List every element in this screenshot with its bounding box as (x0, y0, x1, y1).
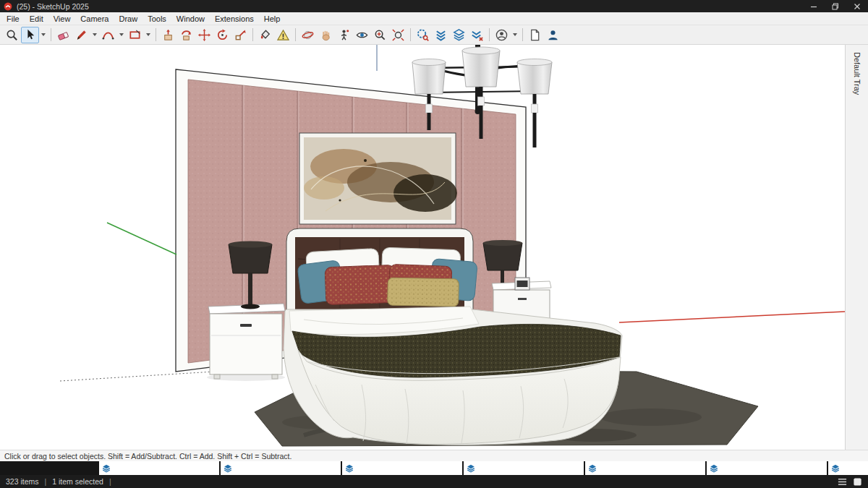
zoom-extents-tool-button[interactable] (389, 27, 407, 43)
select-dropdown-caret[interactable] (41, 33, 46, 36)
position-camera-tool-button[interactable] (335, 27, 353, 43)
close-icon (854, 3, 861, 10)
sketchup-model-icon (222, 463, 234, 474)
selection-count-text: 1 item selected (52, 477, 103, 486)
minimize-icon (810, 3, 817, 10)
search-models-icon (416, 28, 430, 42)
toolbar-separator (156, 28, 156, 41)
alarm-clock[interactable] (515, 278, 529, 290)
line-dropdown-caret[interactable] (93, 33, 97, 36)
status-hint-text: Click or drag to select objects. Shift =… (4, 452, 292, 461)
menu-window[interactable]: Window (171, 12, 210, 25)
paint-bucket-tool-button[interactable] (256, 27, 274, 43)
thumbnail-item[interactable] (707, 461, 827, 475)
wall-artwork[interactable] (299, 133, 457, 224)
restore-icon (832, 3, 839, 10)
move-tool-button[interactable] (195, 27, 213, 43)
sign-in-avatar-icon (495, 28, 509, 42)
window-title: (25) - SketchUp 2025 (17, 2, 89, 11)
zoom-icon (373, 28, 387, 42)
menu-help[interactable]: Help (259, 12, 286, 25)
select-tool-button[interactable] (21, 27, 39, 43)
freehand-arc-tool-button[interactable] (99, 27, 117, 43)
menu-draw[interactable]: Draw (114, 12, 142, 25)
thumbnail-strip (0, 461, 868, 475)
bottom-bar-separator: | (45, 477, 47, 486)
double-bed[interactable] (284, 228, 622, 445)
new-document-button[interactable] (526, 27, 544, 43)
user-button[interactable] (544, 27, 562, 43)
model-scene[interactable] (0, 45, 845, 450)
restore-button[interactable] (825, 0, 846, 12)
menu-tools[interactable]: Tools (142, 12, 171, 25)
rectangle-dropdown-caret[interactable] (146, 33, 150, 36)
orbit-tool-button[interactable] (299, 27, 317, 43)
look-around-tool-button[interactable] (353, 27, 371, 43)
scale-tool-button[interactable] (231, 27, 250, 43)
follow-me-icon (179, 28, 193, 42)
menu-file[interactable]: File (1, 12, 25, 25)
3d-warehouse-icon (434, 28, 448, 42)
warning-triangle-icon (276, 28, 290, 42)
eraser-tool-button[interactable] (54, 27, 72, 43)
minimize-button[interactable] (803, 0, 825, 12)
pencil-icon (75, 28, 88, 42)
toolbar-separator (489, 28, 490, 41)
toolbar-separator (522, 28, 523, 41)
share-model-button[interactable] (468, 27, 486, 43)
eraser-icon (56, 28, 70, 42)
move-icon (197, 28, 211, 42)
extension-warehouse-button[interactable] (450, 27, 468, 43)
items-count-text: 323 items (6, 477, 39, 486)
status-bar: Click or drag to select objects. Shift =… (0, 450, 868, 461)
sketchup-model-icon (830, 463, 841, 474)
menu-extensions[interactable]: Extensions (210, 12, 259, 25)
search-models-button[interactable] (414, 27, 432, 43)
look-around-eye-icon (355, 28, 369, 42)
line-tool-button[interactable] (72, 27, 90, 43)
bottom-bar-separator: | (109, 477, 111, 486)
sign-in-dropdown-caret[interactable] (513, 33, 517, 36)
3d-viewport[interactable] (0, 45, 845, 450)
search-tool-button[interactable] (3, 27, 21, 43)
follow-me-tool-button[interactable] (177, 27, 195, 43)
red-axis-line (619, 312, 845, 322)
rotate-icon (216, 28, 229, 42)
menu-edit[interactable]: Edit (25, 12, 48, 25)
sketchup-model-icon (344, 463, 355, 474)
push-pull-tool-button[interactable] (159, 27, 177, 43)
user-icon (546, 28, 560, 42)
default-tray-label: Default Tray (853, 52, 861, 450)
grid-view-icon[interactable] (853, 477, 862, 487)
rectangle-tool-button[interactable] (126, 27, 144, 43)
toolbar-separator (295, 28, 296, 41)
toolbar (0, 25, 868, 45)
default-tray-strip[interactable]: Default Tray (845, 45, 868, 450)
position-camera-icon (337, 28, 351, 42)
sketchup-model-icon (101, 463, 112, 474)
thumbnail-item[interactable] (342, 461, 462, 475)
orbit-icon (301, 28, 315, 42)
left-nightstand[interactable] (207, 304, 285, 381)
sign-in-button[interactable] (493, 27, 511, 43)
thumbnail-item[interactable] (828, 461, 868, 475)
thumbnail-strip-gap (0, 461, 99, 475)
dotted-guide-line (60, 372, 214, 381)
thumbnail-item[interactable] (585, 461, 705, 475)
list-view-icon[interactable] (838, 477, 847, 487)
arc-dropdown-caret[interactable] (119, 33, 124, 36)
menu-camera[interactable]: Camera (75, 12, 114, 25)
thumbnail-item[interactable] (99, 461, 219, 475)
menu-view[interactable]: View (48, 12, 76, 25)
warning-tool-button[interactable] (274, 27, 292, 43)
thumbnail-item[interactable] (221, 461, 341, 475)
zoom-extents-icon (391, 28, 405, 42)
close-button[interactable] (846, 0, 868, 12)
rotate-tool-button[interactable] (213, 27, 231, 43)
zoom-tool-button[interactable] (371, 27, 389, 43)
title-bar: (25) - SketchUp 2025 (0, 0, 868, 12)
pan-tool-button[interactable] (317, 27, 335, 43)
pan-hand-icon (319, 28, 333, 42)
thumbnail-item[interactable] (464, 461, 584, 475)
3d-warehouse-button[interactable] (432, 27, 450, 43)
